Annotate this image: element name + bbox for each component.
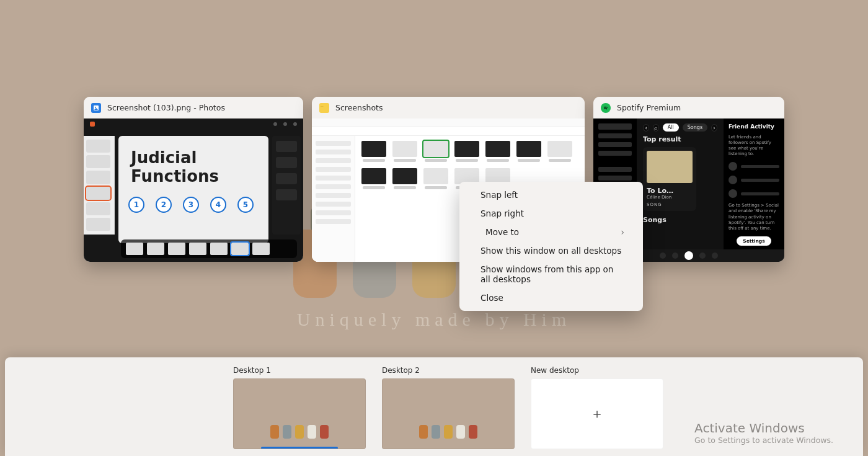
slide-chips: 1 2 3 4 5 <box>128 197 259 213</box>
chip: 2 <box>156 197 172 213</box>
menu-label: Snap right <box>480 208 524 218</box>
nav-library <box>598 151 632 156</box>
menu-label: Snap left <box>480 190 518 200</box>
desktop-thumbnail[interactable] <box>233 378 366 449</box>
top-result-heading: Top result <box>643 135 717 143</box>
slide-title: Judicial Functions <box>128 145 259 187</box>
slide-canvas: Judicial Functions 1 2 3 4 5 <box>118 136 268 243</box>
result-tag: SONG <box>647 202 693 207</box>
friend-text: Let friends and followers on Spotify see… <box>728 135 779 157</box>
new-desktop-thumbnail[interactable]: ＋ <box>531 378 663 449</box>
tab-all: All <box>663 123 679 132</box>
nav-search <box>598 142 632 147</box>
friend-activity-panel: Friend Activity Let friends and follower… <box>724 118 784 249</box>
settings-button: Settings <box>737 236 771 246</box>
result-artist: Céline Dion <box>647 195 693 200</box>
photos-right-panel <box>272 136 301 235</box>
photos-filmstrip <box>121 239 297 258</box>
virtual-desktops-strip: Desktop 1 Desktop 2 New desktop ＋ Activa… <box>5 357 863 456</box>
window-context-menu: Snap left Snap right Move to › Show this… <box>459 182 643 311</box>
chevron-right-icon: › <box>621 227 624 237</box>
avatar-icon <box>728 162 737 171</box>
search-icon: ⌕ <box>653 124 659 132</box>
slide-thumbnails <box>84 136 115 235</box>
photos-topbar <box>84 118 303 130</box>
desktop-label: Desktop 2 <box>382 366 515 375</box>
chip: 5 <box>237 197 254 213</box>
chip: 3 <box>183 197 199 213</box>
watermark-sub: Go to Settings to activate Windows. <box>694 436 833 445</box>
spotify-icon <box>601 103 611 113</box>
desktop-item[interactable]: Desktop 1 <box>233 366 366 449</box>
songs-heading: Songs <box>643 216 717 224</box>
forward-icon: › <box>711 124 717 132</box>
window-titlebar: Screenshots <box>312 97 585 118</box>
wallpaper-caption: Uniquely made by Him <box>297 309 571 330</box>
spotify-main: ‹ ⌕ All Songs › Top result To Lo… Céline… <box>637 118 724 249</box>
next-icon <box>699 253 706 259</box>
friend-cta-text: Go to Settings > Social and enable 'Shar… <box>728 203 779 231</box>
menu-label: Move to <box>480 227 519 237</box>
result-title: To Lo… <box>647 187 693 195</box>
photos-app-icon <box>91 103 101 113</box>
svg-rect-2 <box>321 107 328 111</box>
folder-icon <box>319 103 329 113</box>
menu-label: Show windows from this app on all deskto… <box>480 264 624 284</box>
nav-create <box>598 167 632 172</box>
desktop-item[interactable]: Desktop 2 <box>382 366 515 449</box>
app-icon <box>90 122 95 127</box>
chip: 1 <box>128 197 144 213</box>
shuffle-icon <box>660 253 666 259</box>
watermark-title: Activate Windows <box>694 421 833 436</box>
play-icon <box>684 251 693 260</box>
explorer-sidebar <box>312 136 355 262</box>
menu-snap-right[interactable]: Snap right <box>459 204 643 223</box>
menu-show-all-desktops[interactable]: Show this window on all desktops <box>459 241 643 260</box>
menu-label: Show this window on all desktops <box>480 246 621 256</box>
window-thumbnail-photos[interactable]: Screenshot (103).png - Photos Judicial F… <box>84 97 303 262</box>
plus-icon: ＋ <box>590 407 604 421</box>
svg-point-1 <box>95 107 96 108</box>
repeat-icon <box>712 253 718 259</box>
menu-snap-left[interactable]: Snap left <box>459 186 643 204</box>
new-desktop-label: New desktop <box>531 366 663 375</box>
menu-close[interactable]: Close <box>459 288 643 307</box>
avatar-icon <box>728 189 737 198</box>
menu-show-app-all-desktops[interactable]: Show windows from this app on all deskto… <box>459 260 643 288</box>
window-title: Spotify Premium <box>617 103 681 112</box>
desktop-label: Desktop 1 <box>233 366 366 375</box>
nav-liked <box>598 176 632 181</box>
window-title: Screenshot (103).png - Photos <box>107 103 225 112</box>
friend-heading: Friend Activity <box>728 123 779 130</box>
window-preview: Judicial Functions 1 2 3 4 5 <box>84 118 303 262</box>
new-desktop[interactable]: New desktop ＋ <box>531 366 663 449</box>
activation-watermark: Activate Windows Go to Settings to activ… <box>694 421 833 445</box>
top-result-card: To Lo… Céline Dion SONG <box>643 147 696 211</box>
nav-home <box>598 133 632 138</box>
album-art <box>647 151 693 183</box>
avatar-icon <box>728 176 737 184</box>
window-title: Screenshots <box>335 103 383 112</box>
tab-songs: Songs <box>683 123 707 132</box>
menu-move-to[interactable]: Move to › <box>459 223 643 241</box>
back-icon: ‹ <box>643 124 649 132</box>
window-titlebar: Screenshot (103).png - Photos <box>84 97 303 118</box>
prev-icon <box>672 253 678 259</box>
menu-label: Close <box>480 293 503 303</box>
desktop-thumbnail[interactable] <box>382 378 515 449</box>
window-titlebar: Spotify Premium <box>593 97 784 118</box>
task-view-windows: Screenshot (103).png - Photos Judicial F… <box>0 97 868 262</box>
chip: 4 <box>210 197 226 213</box>
